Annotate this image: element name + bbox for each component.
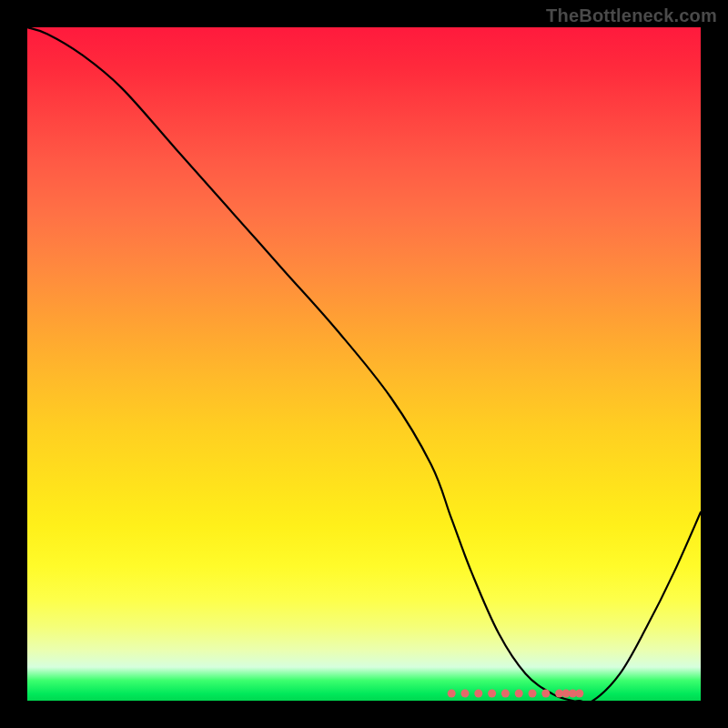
minimum-marker bbox=[501, 690, 510, 698]
curve-path bbox=[27, 27, 701, 701]
minimum-marker bbox=[461, 690, 470, 698]
minimum-markers-group bbox=[448, 690, 584, 698]
minimum-marker bbox=[541, 690, 550, 698]
minimum-marker bbox=[488, 690, 496, 698]
minimum-marker bbox=[448, 690, 456, 698]
plot-area bbox=[27, 27, 701, 701]
watermark-text: TheBottleneck.com bbox=[546, 5, 717, 26]
curve-path-group bbox=[27, 27, 701, 701]
minimum-marker bbox=[474, 690, 482, 698]
chart-container: TheBottleneck.com bbox=[0, 0, 728, 728]
minimum-marker bbox=[575, 690, 583, 698]
minimum-marker bbox=[515, 690, 523, 698]
chart-svg bbox=[27, 27, 701, 701]
minimum-marker bbox=[529, 690, 537, 698]
